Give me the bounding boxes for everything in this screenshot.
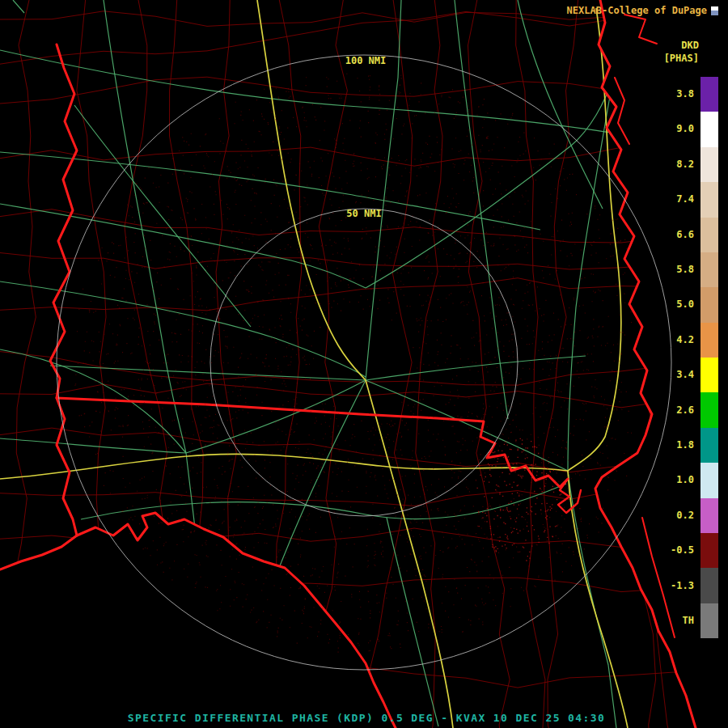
product-code: DKD [664,39,699,52]
range-ring-100-label: 100 NMI [345,55,387,66]
colorbar-segment [700,252,718,287]
colorbar-segment [700,287,718,322]
fl-ga-border [57,398,568,487]
highway-line [0,438,186,453]
colorbar-segment [700,77,718,112]
highway-line [104,0,186,453]
colorbar-segment [700,358,718,392]
highway-line [366,78,613,288]
colorbar-segment [700,568,718,603]
colorbar-segment [700,182,718,217]
colorbar [700,77,718,638]
colorbar-segment [700,603,718,638]
highway-line [366,356,586,380]
colorbar-segment [700,533,718,568]
product-caption: SPECIFIC DIFFERENTIAL PHASE (KDP) 0.5 DE… [128,712,606,724]
radar-map: 100 NMI 50 NMI [0,0,728,728]
colorbar-segment [700,147,718,182]
highway-line [74,105,251,327]
product-tag: [PHAS] [664,52,699,65]
interstate-line [0,454,568,479]
highway-line [50,366,366,380]
colorbar-segment [700,218,718,252]
colorbar-segment [700,463,718,497]
range-ring-50nmi [210,209,518,516]
product-info: DKD [PHAS] [664,39,699,65]
colorbar-segment [700,498,718,533]
cod-logo-icon [711,6,718,15]
colorbar-segment [700,428,718,463]
colorbar-segment [700,112,718,146]
colorbar-segment [700,323,718,358]
range-ring-50-label: 50 NMI [346,208,381,219]
highway-line [0,50,668,142]
highway-line [13,0,24,13]
header-brand-text: NEXLAB-College of DuPage [567,5,707,16]
colorbar-segment [700,392,718,427]
header-brand: NEXLAB-College of DuPage [567,5,718,16]
